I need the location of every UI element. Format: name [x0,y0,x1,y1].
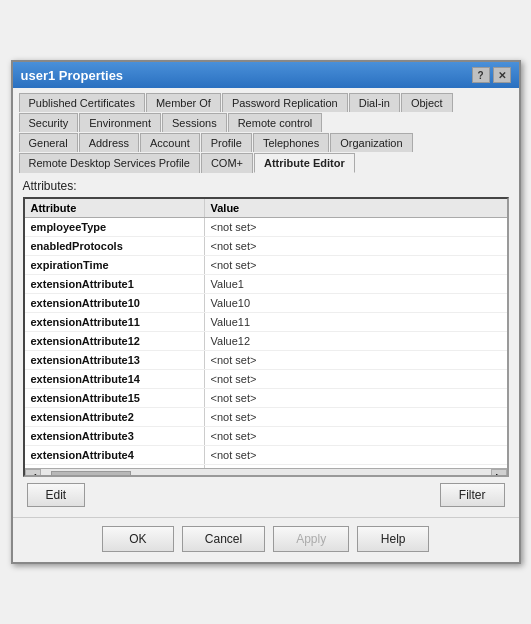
tab-row-3: General Address Account Profile Telephon… [19,132,513,151]
attr-name: expirationTime [25,256,205,274]
attr-name: extensionAttribute13 [25,351,205,369]
tabs-area: Published Certificates Member Of Passwor… [13,88,519,172]
table-row[interactable]: extensionAttribute11 Value11 [25,313,507,332]
tab-organization[interactable]: Organization [330,133,412,152]
window-title: user1 Properties [21,68,124,83]
close-button[interactable]: ✕ [493,67,511,83]
table-row[interactable]: extensionAttribute3 <not set> [25,427,507,446]
attr-value: Value12 [205,332,507,350]
tab-published-certificates[interactable]: Published Certificates [19,93,145,112]
scroll-right-button[interactable]: ▶ [491,469,507,478]
attr-value: <not set> [205,408,507,426]
table-row[interactable]: extensionAttribute10 Value10 [25,294,507,313]
table-row[interactable]: extensionAttribute5 <not set> [25,465,507,468]
table-row[interactable]: extensionAttribute12 Value12 [25,332,507,351]
tab-remote-desktop-profile[interactable]: Remote Desktop Services Profile [19,153,200,173]
filter-button[interactable]: Filter [440,483,505,507]
attr-value: <not set> [205,256,507,274]
attr-name: employeeType [25,218,205,236]
tab-telephones[interactable]: Telephones [253,133,329,152]
title-controls: ? ✕ [472,67,511,83]
attr-value: <not set> [205,446,507,464]
edit-filter-row: Edit Filter [23,477,509,511]
attr-name: extensionAttribute1 [25,275,205,293]
table-row[interactable]: enabledProtocols <not set> [25,237,507,256]
tab-general[interactable]: General [19,133,78,152]
properties-window: user1 Properties ? ✕ Published Certifica… [11,60,521,564]
table-row[interactable]: extensionAttribute14 <not set> [25,370,507,389]
tab-object[interactable]: Object [401,93,453,112]
table-row[interactable]: extensionAttribute2 <not set> [25,408,507,427]
tab-address[interactable]: Address [79,133,139,152]
attr-value: Value11 [205,313,507,331]
content-area: Attributes: Attribute Value employeeType… [13,173,519,517]
header-attribute: Attribute [25,199,205,217]
tab-account[interactable]: Account [140,133,200,152]
tab-member-of[interactable]: Member Of [146,93,221,112]
attr-name: enabledProtocols [25,237,205,255]
table-scroll-area[interactable]: employeeType <not set> enabledProtocols … [25,218,507,468]
tab-row-1: Published Certificates Member Of Passwor… [19,92,513,111]
table-row[interactable]: extensionAttribute1 Value1 [25,275,507,294]
tab-row-2: Security Environment Sessions Remote con… [19,112,513,131]
tab-remote-control[interactable]: Remote control [228,113,323,132]
tab-attribute-editor[interactable]: Attribute Editor [254,153,355,173]
header-value: Value [205,199,507,217]
attr-name: extensionAttribute14 [25,370,205,388]
tab-password-replication[interactable]: Password Replication [222,93,348,112]
hscroll-thumb[interactable] [51,471,131,477]
edit-button[interactable]: Edit [27,483,86,507]
attr-name: extensionAttribute12 [25,332,205,350]
attr-name: extensionAttribute11 [25,313,205,331]
attributes-label: Attributes: [23,179,509,193]
tab-sessions[interactable]: Sessions [162,113,227,132]
attr-value: Value1 [205,275,507,293]
cancel-button[interactable]: Cancel [182,526,265,552]
attr-name: extensionAttribute2 [25,408,205,426]
table-header: Attribute Value [25,199,507,218]
attr-name: extensionAttribute3 [25,427,205,445]
table-row[interactable]: extensionAttribute4 <not set> [25,446,507,465]
attr-value: <not set> [205,427,507,445]
attr-value: <not set> [205,465,507,468]
attr-value: <not set> [205,218,507,236]
help-dialog-button[interactable]: Help [357,526,429,552]
tab-com[interactable]: COM+ [201,153,253,173]
attr-value: <not set> [205,389,507,407]
attr-value: <not set> [205,237,507,255]
tab-security[interactable]: Security [19,113,79,132]
attr-value: Value10 [205,294,507,312]
attr-name: extensionAttribute5 [25,465,205,468]
ok-button[interactable]: OK [102,526,174,552]
attr-name: extensionAttribute15 [25,389,205,407]
horizontal-scrollbar[interactable]: ◀ ▶ [25,468,507,477]
attr-name: extensionAttribute10 [25,294,205,312]
table-row[interactable]: extensionAttribute13 <not set> [25,351,507,370]
tab-dial-in[interactable]: Dial-in [349,93,400,112]
scroll-left-button[interactable]: ◀ [25,469,41,478]
tab-profile[interactable]: Profile [201,133,252,152]
apply-button[interactable]: Apply [273,526,349,552]
title-bar: user1 Properties ? ✕ [13,62,519,88]
attr-name: extensionAttribute4 [25,446,205,464]
attr-value: <not set> [205,370,507,388]
table-row[interactable]: extensionAttribute15 <not set> [25,389,507,408]
attr-value: <not set> [205,351,507,369]
table-row[interactable]: employeeType <not set> [25,218,507,237]
table-row[interactable]: expirationTime <not set> [25,256,507,275]
bottom-buttons: OK Cancel Apply Help [13,517,519,562]
attributes-table: Attribute Value employeeType <not set> e… [23,197,509,477]
hscroll-track[interactable] [41,469,491,477]
tab-row-4: Remote Desktop Services Profile COM+ Att… [19,152,513,172]
help-button[interactable]: ? [472,67,490,83]
tab-environment[interactable]: Environment [79,113,161,132]
